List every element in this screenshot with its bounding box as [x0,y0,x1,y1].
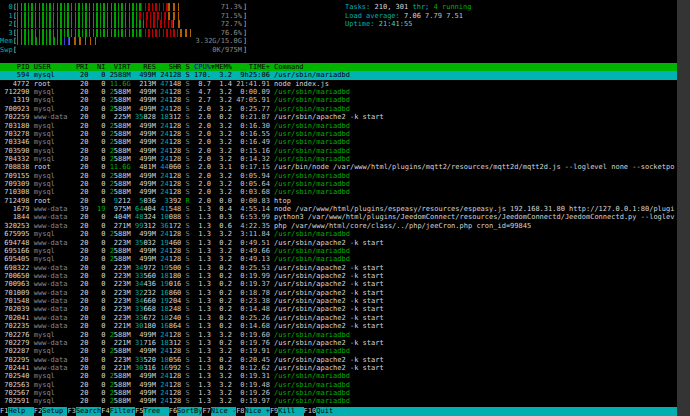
fkey-f6[interactable]: F6 [169,407,177,416]
fkey-f3[interactable]: F3 [67,407,75,416]
process-row-710308[interactable]: 710308 mysql 20 0 2588M 499M 24128 S 2.0… [0,188,677,196]
process-row-1679[interactable]: 1679 www-data 39 19 975M 64404 41548 S 1… [0,205,677,213]
fkey-f1-help[interactable]: Help [8,407,33,416]
cell-shr: 19 [160,280,168,288]
process-row-712498[interactable]: 712498 root 20 0 9212 5036 3392 R 2.0 0.… [0,197,677,205]
process-row-702287[interactable]: 702287 mysql 20 0 2588M 499M 24128 S 1.3… [0,347,677,355]
cell-res: 499M [135,188,156,196]
column-header-virt[interactable]: VIRT [110,63,131,71]
fkey-f4-filter[interactable]: Filter [110,407,135,416]
process-row-701548[interactable]: 701548 www-data 20 0 223M 34660 19204 S … [0,297,677,305]
cell-pri: 20 [76,297,89,305]
process-table: PID USER PRI NI VIRT RES SHR S CPU%▼MEM%… [0,63,677,406]
process-row-703346[interactable]: 703346 mysql 20 0 2588M 499M 24128 S 2.0… [0,138,677,146]
fkey-f9[interactable]: F9 [270,407,278,416]
fkey-f8[interactable]: F8 [236,407,244,416]
process-row-701009[interactable]: 701009 www-data 20 0 223M 32232 16860 S … [0,289,677,297]
cell-shr: 24 [160,172,168,180]
cell-shr: 460 [169,239,182,247]
process-row-704332[interactable]: 704332 mysql 20 0 2588M 499M 24128 S 2.0… [0,155,677,163]
column-header-mem[interactable]: MEM% [215,63,232,71]
column-header-pid[interactable]: PID [0,63,30,71]
column-header-cpu-sorted[interactable]: CPU% [194,63,211,71]
fkey-f7-nice-[interactable]: Nice - [211,407,236,416]
process-row-4772[interactable]: 4772 root 20 0 11.6G 213M 47148 S 8.7 1.… [0,80,677,88]
cell-command: /usr/sbin/apache2 -k start [274,297,384,305]
process-row-702279[interactable]: 702279 www-data 20 0 221M 31716 18312 S … [0,339,677,347]
process-row-675995[interactable]: 675995 mysql 20 0 2588M 499M 24128 S 1.3… [0,230,677,238]
cell-virt: 223M [110,289,131,297]
fkey-f2[interactable]: F2 [34,407,42,416]
cell-virt: 221M [110,322,131,330]
cpu2-meter: 2[72.7%] [0,20,247,29]
process-row-702259[interactable]: 702259 www-data 20 0 225M 35828 18312 S … [0,113,677,121]
process-row-702441[interactable]: 702441 www-data 20 0 221M 30316 16992 S … [0,364,677,372]
process-row-695166[interactable]: 695166 mysql 20 0 2588M 499M 24128 S 1.3… [0,247,677,255]
process-row-712290[interactable]: 712290 mysql 20 0 2588M 499M 24128 S 4.7… [0,88,677,96]
cell-cpu-pct: 1.3 [194,347,211,355]
cell-command: /usr/sbin/mariadbd [274,96,350,104]
process-row-709155[interactable]: 709155 mysql 20 0 2588M 499M 24128 S 2.0… [0,172,677,180]
process-row-703590[interactable]: 703590 mysql 20 0 2588M 499M 24128 S 2.0… [0,147,677,155]
column-header-ni[interactable]: NI [93,63,106,71]
cell-pri: 20 [76,339,89,347]
process-row-694748[interactable]: 694748 www-data 20 0 223M 35032 19460 S … [0,239,677,247]
cell-res: 560 [143,272,156,280]
process-row-1319[interactable]: 1319 mysql 20 0 2588M 499M 24128 S 2.7 3… [0,96,677,104]
fkey-f7[interactable]: F7 [202,407,210,416]
cell-pri: 20 [76,280,89,288]
terminal-scrollbar[interactable] [677,0,690,416]
cell-shr: 128 [169,331,182,339]
cell-cpu-pct: 1.3 [194,297,211,305]
process-table-header[interactable]: PID USER PRI NI VIRT RES SHR S CPU%▼MEM%… [0,63,677,71]
process-row-700923[interactable]: 700923 mysql 20 0 2588M 499M 24128 S 2.0… [0,105,677,113]
process-row-702295[interactable]: 702295 www-data 20 0 223M 33520 18056 S … [0,356,677,364]
process-row-698322[interactable]: 698322 www-data 20 0 223M 34972 19500 S … [0,264,677,272]
process-row-709309[interactable]: 709309 mysql 20 0 2588M 499M 24128 S 2.0… [0,180,677,188]
process-row-594[interactable]: 594 mysql 20 0 2588M 499M 24128 S 170. 3… [0,71,677,79]
fkey-f4[interactable]: F4 [101,407,109,416]
cell-ni: 0 [93,239,106,247]
fkey-f10-quit[interactable]: Quit [316,407,341,416]
process-row-320253[interactable]: 320253 www-data 20 0 271M 99312 36172 S … [0,222,677,230]
column-header-shr[interactable]: SHR [160,63,181,71]
cell-pid: 702276 [0,331,30,339]
cell-cpu-pct: 1.3 [194,339,211,347]
process-row-1844[interactable]: 1844 www-data 20 0 404M 48324 10088 S 1.… [0,213,677,221]
column-header-time[interactable]: TIME+ [236,63,270,71]
cell-pri: 20 [76,188,89,196]
fkey-f6-sortby[interactable]: SortBy [177,407,202,416]
fkey-f8-nice-[interactable]: Nice + [245,407,270,416]
process-row-702567[interactable]: 702567 mysql 20 0 2588M 499M 24128 S 1.3… [0,389,677,397]
fkey-f1[interactable]: F1 [0,407,8,416]
column-header-user[interactable]: USER [34,63,72,71]
fkey-f2-setup[interactable]: Setup [42,407,67,416]
cell-shr: 056 [169,356,182,364]
process-row-703278[interactable]: 703278 mysql 20 0 2588M 499M 24128 S 2.0… [0,130,677,138]
fkey-f3-search[interactable]: Search [76,407,101,416]
cell-command: /usr/bin/node /var/www/html/plugins/mqtt… [274,163,674,171]
process-row-702041[interactable]: 702041 www-data 20 0 223M 33672 18240 S … [0,314,677,322]
fkey-f9-kill[interactable]: Kill [278,407,303,416]
process-row-708838[interactable]: 708838 root 20 0 11.6G 481M 44060 S 2.0 … [0,163,677,171]
cell-res: 972 [143,264,156,272]
process-row-700963[interactable]: 700963 www-data 20 0 223M 34436 19016 S … [0,280,677,288]
column-header-pri[interactable]: PRI [76,63,89,71]
process-row-702276[interactable]: 702276 mysql 20 0 2588M 499M 24128 S 1.3… [0,331,677,339]
process-row-702235[interactable]: 702235 www-data 20 0 221M 30180 16864 S … [0,322,677,330]
process-row-703180[interactable]: 703180 mysql 20 0 2588M 499M 24128 S 2.0… [0,122,677,130]
column-header-res[interactable]: RES [135,63,156,71]
cell-shr: 24 [160,180,168,188]
process-row-695405[interactable]: 695405 mysql 20 0 2588M 499M 24128 S 1.3… [0,255,677,263]
process-row-702591[interactable]: 702591 mysql 20 0 2588M 499M 24128 S 1.3… [0,397,677,405]
process-row-702039[interactable]: 702039 www-data 20 0 223M 33668 18248 S … [0,305,677,313]
process-row-702563[interactable]: 702563 mysql 20 0 2588M 499M 24128 S 1.3… [0,381,677,389]
fkey-f10[interactable]: F10 [304,407,317,416]
column-header-state[interactable]: S [186,63,190,71]
process-row-700650[interactable]: 700650 www-data 20 0 223M 33560 18180 S … [0,272,677,280]
process-row-702540[interactable]: 702540 mysql 20 0 2588M 499M 24128 S 1.3… [0,372,677,380]
fkey-f5-tree[interactable]: Tree [143,407,168,416]
cell-mem-pct: 0.2 [215,314,232,322]
fkey-f5[interactable]: F5 [135,407,143,416]
column-header-command[interactable]: Command [274,63,304,71]
